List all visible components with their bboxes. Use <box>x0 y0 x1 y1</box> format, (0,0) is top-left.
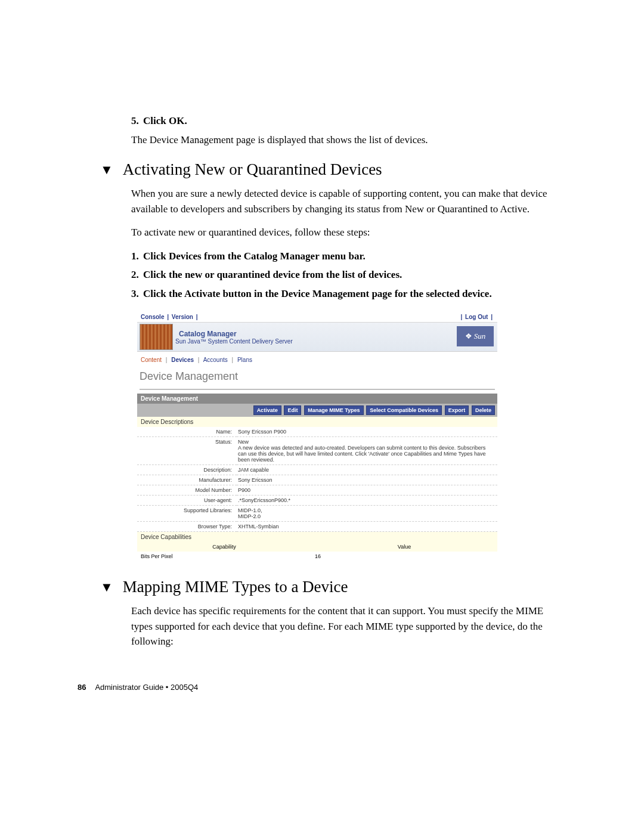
field-label: Manufacturer: <box>137 475 237 485</box>
section1-step-2: 2. Click the new or quarantined device f… <box>131 267 549 283</box>
delete-button[interactable]: Delete <box>472 405 495 415</box>
section1-para1: When you are sure a newly detected devic… <box>131 186 549 216</box>
field-manufacturer: Manufacturer: Sony Ericsson <box>137 475 497 485</box>
field-value: .*SonyEricssonP900.* <box>237 496 497 506</box>
step-5: 5. Click OK. <box>131 113 549 129</box>
step-text: Click the new or quarantined device from… <box>143 267 402 283</box>
field-value: MIDP-1.0, MIDP-2.0 <box>237 506 497 522</box>
field-value: XHTML-Symbian <box>237 522 497 532</box>
select-compatible-button[interactable]: Select Compatible Devices <box>366 405 442 415</box>
step-text: Click the Activate button in the Device … <box>143 286 492 302</box>
field-status: Status: New A new device was detected an… <box>137 437 497 465</box>
section-title: Mapping MIME Types to a Device <box>123 578 348 596</box>
device-descriptions-header: Device Descriptions <box>137 417 497 427</box>
document-page: 5. Click OK. The Device Management page … <box>0 0 644 727</box>
topbar-right: | Log Out | <box>459 314 494 320</box>
section-title: Activating New or Quarantined Devices <box>123 160 382 179</box>
edit-button[interactable]: Edit <box>284 405 301 415</box>
field-label: Model Number: <box>137 485 237 496</box>
manage-mime-button[interactable]: Manage MIME Types <box>304 405 363 415</box>
step-number: 5. <box>131 113 143 129</box>
section1-step-1: 1. Click Devices from the Catalog Manage… <box>131 249 549 264</box>
section2-para1: Each device has specific requirements fo… <box>131 603 549 649</box>
field-value: Sony Ericsson P900 <box>237 427 497 437</box>
screenshot-subnav: Content | Devices | Accounts | Plans <box>137 352 497 368</box>
banner-books-icon <box>140 324 173 350</box>
field-value: P900 <box>237 485 497 496</box>
step-text: Click Devices from the Catalog Manager m… <box>143 249 366 264</box>
footer-text: Administrator Guide • 2005Q4 <box>95 683 198 692</box>
step-5-body: The Device Management page is displayed … <box>131 132 549 148</box>
subnav-content[interactable]: Content <box>141 357 162 363</box>
field-label: Supported Libraries: <box>137 506 237 522</box>
field-label: Status: <box>137 437 237 465</box>
sun-logo: Sun <box>457 326 494 346</box>
field-browser-type: Browser Type: XHTML-Symbian <box>137 522 497 532</box>
activate-button[interactable]: Activate <box>253 405 281 415</box>
topbar-left: Console | Version | <box>141 314 199 320</box>
field-user-agent: User-agent: .*SonyEricssonP900.* <box>137 496 497 506</box>
triangle-down-icon: ▼ <box>100 580 113 595</box>
banner-subtitle: Sun Java™ System Content Delivery Server <box>175 338 293 345</box>
capabilities-columns: Capability Value <box>137 542 497 552</box>
section1-step-3: 3. Click the Activate button in the Devi… <box>131 286 549 302</box>
field-value: Sony Ericsson <box>237 475 497 485</box>
device-management-screenshot: Console | Version | | Log Out | Catalog … <box>137 312 497 561</box>
col-capability: Capability <box>137 542 311 552</box>
section-heading-mapping: ▼ Mapping MIME Types to a Device <box>100 578 549 596</box>
section1-para2: To activate new or quarantined devices, … <box>131 225 549 240</box>
action-button-row: Activate Edit Manage MIME Types Select C… <box>137 404 497 417</box>
field-value: JAM capable <box>237 465 497 475</box>
page-footer: 86 Administrator Guide • 2005Q4 <box>78 683 549 692</box>
step-title: Click OK. <box>143 113 187 129</box>
screenshot-topbar: Console | Version | | Log Out | <box>137 312 497 323</box>
page-number: 86 <box>78 683 86 692</box>
field-value: New A new device was detected and auto-c… <box>237 437 497 465</box>
col-value: Value <box>311 542 497 552</box>
separator: | <box>167 314 169 320</box>
banner-title: Catalog Manager <box>179 330 293 338</box>
nav-version[interactable]: Version <box>172 314 193 320</box>
panel-header: Device Management <box>137 394 497 404</box>
field-label: Name: <box>137 427 237 437</box>
subnav-devices[interactable]: Devices <box>171 357 194 363</box>
field-libraries: Supported Libraries: MIDP-1.0, MIDP-2.0 <box>137 506 497 522</box>
field-label: Browser Type: <box>137 522 237 532</box>
field-label: Description: <box>137 465 237 475</box>
export-button[interactable]: Export <box>445 405 469 415</box>
screenshot-banner: Catalog Manager Sun Java™ System Content… <box>137 323 497 352</box>
nav-logout[interactable]: Log Out <box>465 314 488 320</box>
separator: | <box>198 357 200 363</box>
separator: | <box>460 314 462 320</box>
nav-console[interactable]: Console <box>141 314 164 320</box>
field-name: Name: Sony Ericsson P900 <box>137 427 497 437</box>
separator: | <box>196 314 198 320</box>
device-capabilities-header: Device Capabilities <box>137 532 497 542</box>
step-number: 1. <box>131 249 143 264</box>
field-description: Description: JAM capable <box>137 465 497 475</box>
separator: | <box>491 314 493 320</box>
step-number: 2. <box>131 267 143 283</box>
separator: | <box>232 357 234 363</box>
capability-row: Bits Per Pixel 16 <box>137 552 497 561</box>
cap-name: Bits Per Pixel <box>137 552 311 561</box>
cap-value: 16 <box>311 552 497 561</box>
triangle-down-icon: ▼ <box>100 162 113 178</box>
field-model: Model Number: P900 <box>137 485 497 496</box>
subnav-plans[interactable]: Plans <box>237 357 252 363</box>
banner-text: Catalog Manager Sun Java™ System Content… <box>175 330 293 345</box>
subnav-accounts[interactable]: Accounts <box>203 357 228 363</box>
separator: | <box>166 357 168 363</box>
screenshot-page-title: Device Management <box>140 368 495 390</box>
field-label: User-agent: <box>137 496 237 506</box>
section-heading-activating: ▼ Activating New or Quarantined Devices <box>100 160 549 179</box>
step-number: 3. <box>131 286 143 302</box>
